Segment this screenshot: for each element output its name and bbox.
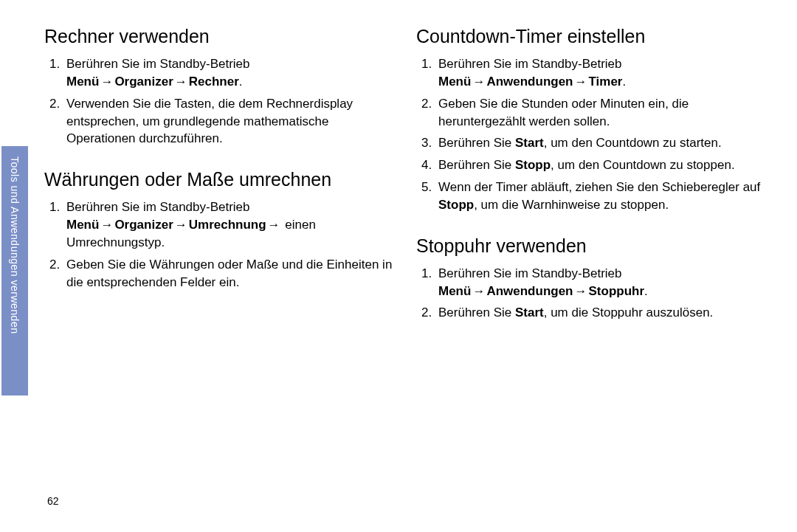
arrow-icon: → [266, 218, 282, 232]
arrow-icon: → [99, 218, 114, 232]
text: Berühren Sie [438, 305, 515, 319]
page-number: 62 [47, 495, 59, 507]
content-area: Rechner verwenden Berühren Sie im Standb… [44, 15, 767, 517]
bold-text: Umrechnung [189, 218, 266, 232]
text: Wenn der Timer abläuft, ziehen Sie den S… [438, 180, 760, 194]
text: , um die Warnhinweise zu stoppen. [474, 198, 669, 212]
heading-umrechnen: Währungen oder Maße umrechnen [44, 168, 396, 191]
text: . [239, 75, 243, 89]
bold-text: Start [515, 136, 544, 150]
bold-text: Organizer [114, 218, 173, 232]
bold-text: Start [515, 305, 544, 319]
list-stoppuhr: Berühren Sie im Standby-Betrieb Menü→Anw… [416, 265, 767, 322]
list-item: Berühren Sie Start, um den Countdown zu … [435, 134, 767, 152]
bold-text: Menü [438, 284, 471, 298]
text: , um den Countdown zu starten. [544, 136, 722, 150]
list-item: Verwenden Sie die Tasten, die dem Rechne… [63, 95, 396, 148]
arrow-icon: → [173, 218, 189, 232]
list-item: Wenn der Timer abläuft, ziehen Sie den S… [435, 179, 767, 214]
text: , um die Stoppuhr auszulösen. [544, 305, 714, 319]
text: Berühren Sie im Standby-Betrieb [438, 57, 622, 71]
text: . [644, 284, 648, 298]
text: , um den Countdown zu stoppen. [551, 158, 735, 172]
bold-text: Anwendungen [486, 284, 573, 298]
text: Berühren Sie im Standby-Betrieb [438, 266, 622, 280]
bold-text: Stopp [515, 158, 551, 172]
list-item: Berühren Sie im Standby-Betrieb Menü→Anw… [435, 265, 767, 300]
list-item: Berühren Sie Stopp, um den Countdown zu … [435, 156, 767, 174]
arrow-icon: → [471, 75, 486, 89]
list-item: Geben Sie die Währungen oder Maße und di… [63, 256, 396, 291]
bold-text: Anwendungen [486, 75, 573, 89]
bold-text: Timer [589, 75, 623, 89]
text: Berühren Sie im Standby-Betrieb [66, 57, 250, 71]
bold-text: Menü [438, 75, 471, 89]
arrow-icon: → [573, 284, 589, 298]
list-item: Berühren Sie Start, um die Stoppuhr ausz… [435, 304, 767, 322]
text: Berühren Sie [438, 136, 515, 150]
bold-text: Menü [66, 75, 99, 89]
arrow-icon: → [471, 284, 486, 298]
page: Tools und Anwendungen verwenden Rechner … [0, 0, 797, 532]
bold-text: Menü [66, 218, 99, 232]
list-item: Berühren Sie im Standby-Betrieb Menü→Org… [63, 55, 396, 91]
list-item: Berühren Sie im Standby-Betrieb Menü→Org… [63, 198, 396, 251]
list-umrechnen: Berühren Sie im Standby-Betrieb Menü→Org… [44, 198, 396, 291]
right-column: Countdown-Timer einstellen Berühren Sie … [416, 15, 767, 517]
bold-text: Stoppuhr [589, 284, 645, 298]
arrow-icon: → [173, 75, 189, 89]
heading-stoppuhr: Stoppuhr verwenden [416, 235, 767, 258]
bold-text: Stopp [438, 198, 474, 212]
heading-rechner: Rechner verwenden [44, 25, 396, 48]
sidebar-tab: Tools und Anwendungen verwenden [1, 146, 28, 395]
bold-text: Organizer [114, 75, 173, 89]
heading-countdown: Countdown-Timer einstellen [416, 25, 767, 48]
list-rechner: Berühren Sie im Standby-Betrieb Menü→Org… [44, 55, 396, 148]
arrow-icon: → [99, 75, 114, 89]
list-item: Berühren Sie im Standby-Betrieb Menü→Anw… [435, 55, 767, 91]
list-item: Geben Sie die Stunden oder Minuten ein, … [435, 95, 767, 131]
text: Berühren Sie im Standby-Betrieb [66, 200, 250, 214]
arrow-icon: → [573, 75, 589, 89]
text: Berühren Sie [438, 158, 515, 172]
list-countdown: Berühren Sie im Standby-Betrieb Menü→Anw… [416, 55, 767, 213]
sidebar-label: Tools und Anwendungen verwenden [9, 156, 21, 334]
left-column: Rechner verwenden Berühren Sie im Standb… [44, 15, 396, 517]
bold-text: Rechner [189, 75, 239, 89]
text: . [623, 75, 627, 89]
